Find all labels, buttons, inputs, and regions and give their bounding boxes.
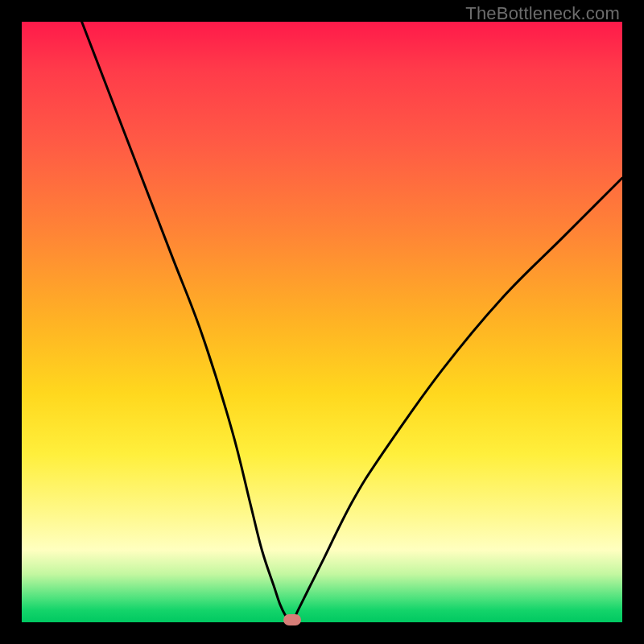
chart-frame: TheBottleneck.com <box>0 0 644 644</box>
bottleneck-curve <box>22 22 622 622</box>
plot-area <box>22 22 622 622</box>
optimum-marker <box>283 614 301 625</box>
